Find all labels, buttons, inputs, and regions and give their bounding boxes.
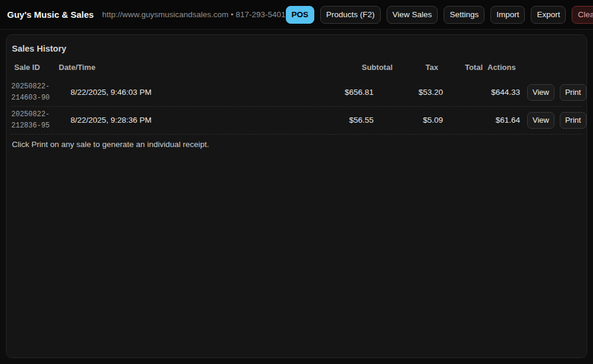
- panel-title: Sales History: [12, 44, 582, 53]
- sale-total: $644.33: [443, 88, 520, 97]
- column-header-total: Total: [438, 63, 483, 72]
- column-header-sale-id: Sale ID: [11, 63, 59, 72]
- table-row: 20250822-214603-90 8/22/2025, 9:46:03 PM…: [11, 79, 582, 107]
- nav-view-sales-button[interactable]: View Sales: [387, 6, 438, 24]
- sale-datetime: 8/22/2025, 9:28:36 PM: [71, 116, 292, 124]
- store-url-phone: http://www.guysmusicandsales.com • 817-2…: [102, 10, 285, 19]
- view-sale-button[interactable]: View: [527, 112, 554, 129]
- table-row: 20250822-212836-95 8/22/2025, 9:28:36 PM…: [11, 107, 582, 135]
- nav-export-button[interactable]: Export: [531, 6, 566, 24]
- sale-subtotal: $656.81: [292, 88, 374, 97]
- nav-pos-button[interactable]: POS: [286, 6, 315, 24]
- sale-actions: View Print: [520, 112, 582, 129]
- column-header-actions: Actions: [483, 63, 582, 72]
- sale-id: 20250822-212836-95: [11, 109, 71, 131]
- sale-datetime: 8/22/2025, 9:46:03 PM: [71, 88, 292, 97]
- nav-settings-button[interactable]: Settings: [444, 6, 484, 24]
- clear-database-button[interactable]: Clear Database: [572, 6, 593, 24]
- sale-tax: $5.09: [374, 116, 443, 124]
- receipt-hint-text: Click Print on any sale to generate an i…: [11, 140, 582, 149]
- sales-table-header: Sale ID Date/Time Subtotal Tax Total Act…: [11, 63, 582, 79]
- print-sale-button[interactable]: Print: [560, 112, 586, 129]
- view-sale-button[interactable]: View: [527, 84, 554, 101]
- nav-import-button[interactable]: Import: [490, 6, 525, 24]
- column-header-subtotal: Subtotal: [315, 63, 393, 72]
- nav-products-button[interactable]: Products (F2): [320, 6, 381, 24]
- sale-id: 20250822-214603-90: [11, 81, 71, 103]
- sales-history-panel: Sales History Sale ID Date/Time Subtotal…: [6, 34, 587, 358]
- sale-actions: View Print: [520, 84, 582, 101]
- app-title: Guy's Music & Sales: [7, 9, 94, 20]
- column-header-tax: Tax: [393, 63, 438, 72]
- column-header-datetime: Date/Time: [59, 63, 315, 72]
- sale-tax: $53.20: [374, 88, 443, 97]
- topbar: Guy's Music & Sales http://www.guysmusic…: [0, 0, 593, 30]
- top-nav: POS Products (F2) View Sales Settings Im…: [286, 6, 593, 24]
- sale-total: $61.64: [443, 116, 520, 124]
- sale-subtotal: $56.55: [292, 116, 374, 124]
- print-sale-button[interactable]: Print: [560, 84, 586, 101]
